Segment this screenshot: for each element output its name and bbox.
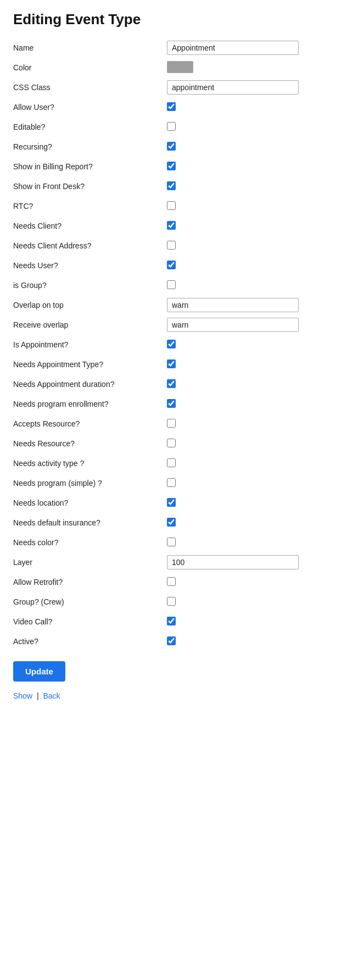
name-row: Name: [13, 38, 345, 58]
group-crew-label: Group? (Crew): [13, 597, 167, 606]
is-group-label: is Group?: [13, 281, 167, 290]
needs-appointment-duration-label: Needs Appointment duration?: [13, 380, 167, 389]
active-checkbox[interactable]: [167, 636, 176, 645]
show-billing-checkbox-container: [167, 162, 345, 172]
page-title: Editing Event Type: [13, 11, 345, 28]
allow-retrofit-checkbox[interactable]: [167, 577, 176, 586]
needs-default-insurance-checkbox-container: [167, 518, 345, 528]
css-class-label: CSS Class: [13, 83, 167, 92]
show-link[interactable]: Show: [13, 691, 32, 700]
is-appointment-checkbox[interactable]: [167, 340, 176, 348]
needs-program-simple-label: Needs program (simple) ?: [13, 479, 167, 488]
needs-client-row: Needs Client?: [13, 216, 345, 236]
show-billing-label: Show in Billing Report?: [13, 162, 167, 171]
rtc-checkbox[interactable]: [167, 201, 176, 210]
overlap-on-top-field-container: [167, 298, 345, 312]
is-appointment-label: Is Appointment?: [13, 340, 167, 349]
needs-location-label: Needs location?: [13, 499, 167, 507]
editable-label: Editable?: [13, 123, 167, 131]
needs-color-row: Needs color?: [13, 533, 345, 552]
needs-resource-checkbox[interactable]: [167, 439, 176, 447]
needs-resource-row: Needs Resource?: [13, 434, 345, 453]
accepts-resource-label: Accepts Resource?: [13, 419, 167, 428]
needs-color-label: Needs color?: [13, 538, 167, 547]
allow-retrofit-label: Allow Retrofit?: [13, 578, 167, 586]
name-field-container: [167, 41, 345, 55]
accepts-resource-checkbox-container: [167, 419, 345, 429]
recursing-checkbox[interactable]: [167, 142, 176, 151]
needs-activity-type-label: Needs activity type ?: [13, 459, 167, 468]
needs-location-checkbox[interactable]: [167, 498, 176, 507]
color-swatch[interactable]: [167, 61, 193, 73]
needs-location-checkbox-container: [167, 498, 345, 508]
needs-appointment-duration-checkbox[interactable]: [167, 379, 176, 388]
group-crew-row: Group? (Crew): [13, 592, 345, 612]
needs-appointment-type-row: Needs Appointment Type?: [13, 355, 345, 374]
needs-activity-type-checkbox[interactable]: [167, 458, 176, 467]
name-input[interactable]: [167, 41, 299, 55]
overlap-on-top-row: Overlap on top: [13, 295, 345, 315]
layer-row: Layer: [13, 552, 345, 572]
receive-overlap-field-container: [167, 318, 345, 332]
layer-input[interactable]: [167, 555, 299, 569]
needs-default-insurance-checkbox[interactable]: [167, 518, 176, 527]
video-call-row: Video Call?: [13, 612, 345, 632]
show-front-desk-checkbox-container: [167, 181, 345, 192]
active-row: Active?: [13, 632, 345, 651]
overlap-on-top-input[interactable]: [167, 298, 299, 312]
video-call-checkbox[interactable]: [167, 617, 176, 625]
update-button[interactable]: Update: [13, 661, 65, 682]
is-group-checkbox[interactable]: [167, 280, 176, 289]
rtc-row: RTC?: [13, 196, 345, 216]
footer-separator: |: [37, 691, 39, 700]
needs-client-label: Needs Client?: [13, 222, 167, 230]
needs-color-checkbox[interactable]: [167, 538, 176, 546]
accepts-resource-row: Accepts Resource?: [13, 414, 345, 434]
needs-client-checkbox[interactable]: [167, 221, 176, 230]
editable-checkbox[interactable]: [167, 122, 176, 131]
allow-user-label: Allow User?: [13, 103, 167, 112]
color-row: Color: [13, 58, 345, 77]
video-call-label: Video Call?: [13, 617, 167, 626]
needs-client-address-checkbox[interactable]: [167, 241, 176, 250]
needs-client-address-label: Needs Client Address?: [13, 241, 167, 250]
allow-user-checkbox-container: [167, 102, 345, 113]
needs-resource-label: Needs Resource?: [13, 439, 167, 448]
needs-client-checkbox-container: [167, 221, 345, 231]
is-group-checkbox-container: [167, 280, 345, 291]
active-label: Active?: [13, 637, 167, 646]
needs-appointment-type-checkbox[interactable]: [167, 359, 176, 368]
show-billing-checkbox[interactable]: [167, 162, 176, 170]
receive-overlap-label: Receive overlap: [13, 320, 167, 329]
show-front-desk-row: Show in Front Desk?: [13, 176, 345, 196]
needs-client-address-row: Needs Client Address?: [13, 236, 345, 256]
allow-user-checkbox[interactable]: [167, 102, 176, 111]
css-class-field-container: [167, 80, 345, 95]
needs-appointment-type-label: Needs Appointment Type?: [13, 360, 167, 369]
editable-checkbox-container: [167, 122, 345, 132]
needs-program-enrollment-checkbox[interactable]: [167, 399, 176, 408]
needs-default-insurance-label: Needs default insurance?: [13, 518, 167, 527]
css-class-input[interactable]: [167, 80, 299, 95]
css-class-row: CSS Class: [13, 77, 345, 97]
back-link[interactable]: Back: [43, 691, 60, 700]
overlap-on-top-label: Overlap on top: [13, 301, 167, 309]
show-front-desk-checkbox[interactable]: [167, 181, 176, 190]
recursing-label: Recursing?: [13, 142, 167, 151]
needs-user-checkbox[interactable]: [167, 261, 176, 269]
group-crew-checkbox-container: [167, 597, 345, 607]
color-swatch-container: [167, 61, 345, 75]
group-crew-checkbox[interactable]: [167, 597, 176, 606]
needs-client-address-checkbox-container: [167, 241, 345, 251]
needs-appointment-type-checkbox-container: [167, 359, 345, 370]
show-billing-row: Show in Billing Report?: [13, 157, 345, 176]
needs-user-row: Needs User?: [13, 256, 345, 275]
needs-program-simple-checkbox[interactable]: [167, 478, 176, 487]
footer-links: Show | Back: [13, 691, 345, 700]
layer-label: Layer: [13, 558, 167, 567]
needs-resource-checkbox-container: [167, 439, 345, 449]
receive-overlap-input[interactable]: [167, 318, 299, 332]
allow-retrofit-checkbox-container: [167, 577, 345, 588]
accepts-resource-checkbox[interactable]: [167, 419, 176, 428]
needs-program-simple-row: Needs program (simple) ?: [13, 473, 345, 493]
